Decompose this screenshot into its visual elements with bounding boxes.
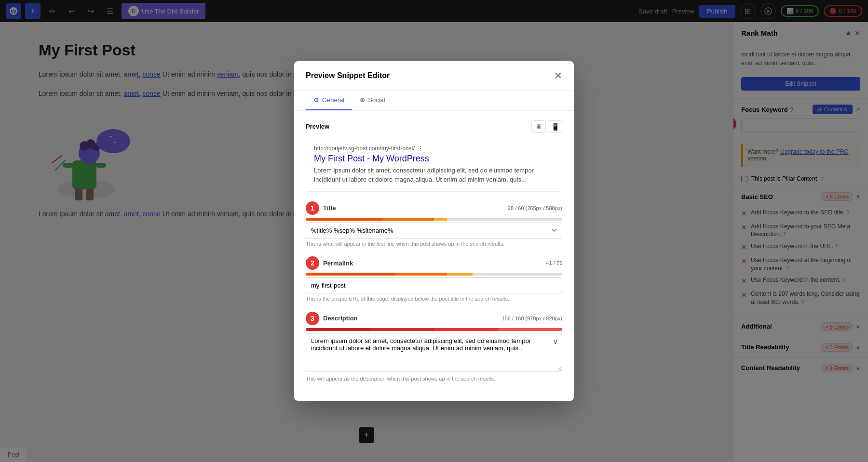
permalink-input[interactable] [306,277,562,293]
modal-close-button[interactable]: ✕ [554,70,562,81]
description-counter: 156 / 160 (970px / 920px) [502,316,562,321]
title-select[interactable]: %title% %sep% %sitename% [306,223,562,238]
url-menu-icon[interactable]: ⋮ [418,145,423,152]
tab-general[interactable]: ⚙ General [306,91,352,110]
title-counter: 28 / 60 (265px / 580px) [508,205,562,211]
title-field-header: 1 Title 28 / 60 (265px / 580px) [306,201,562,215]
search-preview-url: http://donjetv.sg-host.com/my-first-post… [314,145,554,152]
step-1-badge: 1 [306,201,319,215]
search-preview-desc: Lorem ipsum dolor sit amet, consectetur … [314,166,554,185]
modal-title: Preview Snippet Editor [306,71,390,80]
modal-header: Preview Snippet Editor ✕ [294,61,574,91]
permalink-progress-bar [306,273,562,276]
share-icon: ⊕ [360,96,365,104]
description-hint: This will appear as the description when… [306,375,562,383]
desktop-view-button[interactable]: 🖥 [531,120,546,133]
title-field-group: 1 Title 28 / 60 (265px / 580px) %title% … [306,201,562,248]
title-progress-bar [306,218,562,221]
step-2-badge: 2 [306,256,319,270]
mobile-view-button[interactable]: 📱 [548,120,562,133]
modal-overlay[interactable]: Preview Snippet Editor ✕ ⚙ General ⊕ Soc… [0,0,868,462]
modal-tabs: ⚙ General ⊕ Social [294,91,574,111]
preview-section: Preview 🖥 📱 http://donjetv.sg-host.com/m… [306,120,562,192]
description-textarea[interactable]: Lorem ipsum dolor sit amet, consectetur … [306,333,562,371]
modal-body: Preview 🖥 📱 http://donjetv.sg-host.com/m… [294,111,574,401]
search-preview-title[interactable]: My First Post - My WordPress [314,154,554,164]
device-buttons: 🖥 📱 [531,120,562,133]
step-3-badge: 3 [306,312,319,325]
permalink-hint: This is the unique URL of this page, dis… [306,295,562,303]
tab-social[interactable]: ⊕ Social [352,91,393,110]
search-preview: http://donjetv.sg-host.com/my-first-post… [306,138,562,192]
description-expand-icon[interactable]: ∨ [553,337,558,346]
permalink-field-group: 2 Permalink 41 / 75 This is the unique U… [306,256,562,303]
permalink-counter: 41 / 75 [546,260,562,266]
preview-label: Preview 🖥 📱 [306,120,562,133]
permalink-field-header: 2 Permalink 41 / 75 [306,256,562,270]
snippet-editor-modal: Preview Snippet Editor ✕ ⚙ General ⊕ Soc… [294,61,574,401]
description-field-header: 3 Description 156 / 160 (970px / 920px) [306,312,562,325]
description-progress-bar [306,328,562,331]
description-field-group: 3 Description 156 / 160 (970px / 920px) … [306,312,562,383]
gear-icon: ⚙ [313,96,319,104]
title-hint: This is what will appear in the first li… [306,240,562,248]
